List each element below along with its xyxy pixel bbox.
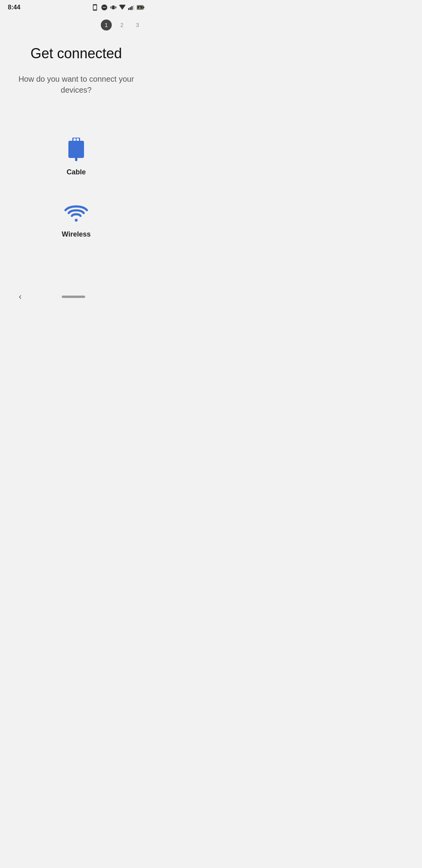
step-3: 3 — [132, 20, 143, 30]
subtitle: How do you want to connect your devices? — [12, 74, 141, 95]
wireless-label: Wireless — [62, 230, 91, 239]
svg-rect-5 — [143, 7, 145, 9]
svg-rect-2 — [131, 6, 132, 10]
status-bar: 8:44 ⚡ — [0, 0, 152, 13]
status-icons: ⚡ — [91, 4, 145, 11]
signal-icon — [128, 5, 134, 10]
svg-rect-0 — [128, 8, 129, 10]
usb-icon — [64, 135, 89, 163]
svg-point-13 — [75, 219, 77, 221]
vibrate-icon — [110, 4, 116, 11]
connection-options: Cable Wireless — [12, 135, 141, 239]
battery-icon: ⚡ — [137, 5, 145, 10]
main-content: Get connected How do you want to connect… — [0, 34, 152, 282]
svg-rect-12 — [75, 157, 77, 161]
bottom-nav: ‹ — [0, 282, 152, 313]
svg-rect-8 — [68, 141, 84, 158]
back-button[interactable]: ‹ — [16, 289, 25, 305]
svg-rect-1 — [130, 7, 131, 10]
wifi-status-icon — [119, 5, 126, 10]
wifi-icon — [64, 200, 89, 225]
step-indicator: 1 2 3 — [0, 13, 152, 34]
cable-option[interactable]: Cable — [64, 135, 89, 176]
svg-rect-10 — [73, 138, 76, 141]
cable-label: Cable — [66, 168, 86, 176]
step-1: 1 — [101, 20, 112, 30]
svg-rect-3 — [133, 5, 134, 10]
svg-text:⚡: ⚡ — [138, 6, 141, 9]
svg-rect-11 — [77, 138, 79, 141]
step-2: 2 — [116, 20, 127, 30]
screenshot-icon — [91, 4, 98, 11]
wireless-option[interactable]: Wireless — [62, 200, 91, 239]
dnd-icon — [101, 4, 108, 11]
page-title: Get connected — [30, 45, 122, 62]
status-time: 8:44 — [8, 4, 20, 11]
home-pill[interactable] — [62, 296, 85, 298]
